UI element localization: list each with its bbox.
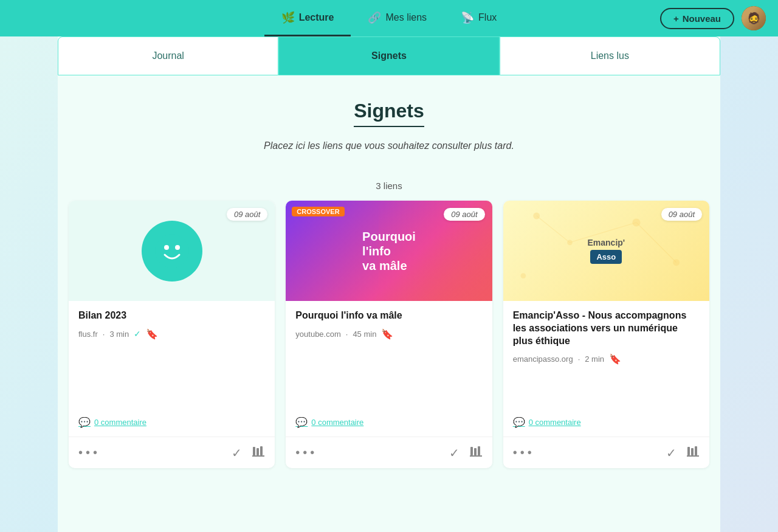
- card-1-footer-shelf[interactable]: [252, 444, 265, 461]
- card-3-footer-check[interactable]: ✓: [666, 446, 676, 460]
- svg-point-2: [175, 245, 180, 250]
- svg-rect-7: [470, 447, 473, 455]
- card-3-bookmark-icon[interactable]: 🔖: [609, 353, 621, 365]
- card-2-footer: ••• ✓: [286, 437, 492, 468]
- card-3-date: 09 août: [661, 208, 702, 221]
- card-2-footer-check[interactable]: ✓: [449, 446, 460, 460]
- svg-rect-20: [691, 448, 694, 455]
- nav-lecture-label: Lecture: [299, 12, 334, 23]
- nav-lecture[interactable]: 🌿 Lecture: [264, 0, 351, 36]
- card-2: crossover Pourquoil'infova mâle 09 août …: [286, 201, 492, 468]
- plus-icon: +: [673, 13, 679, 24]
- card-2-title[interactable]: Pourquoi l'info va mâle: [295, 309, 482, 322]
- avatar[interactable]: 🧔: [742, 6, 766, 30]
- smiley-icon: [142, 221, 202, 282]
- card-1-footer: ••• ✓: [69, 437, 275, 468]
- card-1-comment-icon: 💬: [78, 416, 91, 428]
- card-2-date: 09 août: [444, 208, 484, 221]
- svg-line-17: [570, 223, 636, 243]
- svg-rect-8: [474, 448, 477, 455]
- card-3-footer-actions: ✓: [666, 444, 700, 461]
- nav-mes-liens-label: Mes liens: [385, 12, 427, 23]
- link-icon: 🔗: [368, 11, 381, 24]
- card-1-more-button[interactable]: •••: [78, 446, 98, 460]
- card-3-meta: emancipasso.org · 2 min 🔖: [513, 353, 700, 365]
- svg-rect-19: [687, 447, 690, 455]
- card-2-comments[interactable]: 💬 0 commentaire: [295, 416, 482, 428]
- nav-right: + Nouveau 🧔: [660, 6, 766, 30]
- svg-rect-9: [478, 446, 480, 455]
- top-navigation: 🌿 Lecture 🔗 Mes liens 📡 Flux + Nouveau 🧔: [0, 0, 778, 36]
- nouveau-label: Nouveau: [683, 13, 721, 24]
- card-3-comment-icon: 💬: [513, 416, 525, 428]
- card-1-title[interactable]: Bilan 2023: [78, 309, 265, 322]
- tab-journal-label: Journal: [152, 50, 184, 61]
- card-2-image: crossover Pourquoil'infova mâle 09 août: [286, 201, 492, 301]
- card-2-comment-icon: 💬: [295, 416, 308, 428]
- tab-liens-lus-label: Liens lus: [591, 50, 629, 61]
- links-count: 3 liens: [58, 181, 720, 191]
- card-3-dot: ·: [578, 354, 580, 364]
- card-2-body: Pourquoi l'info va mâle youtube.com · 45…: [286, 301, 492, 437]
- svg-point-1: [164, 245, 169, 250]
- tab-liens-lus[interactable]: Liens lus: [500, 36, 720, 75]
- svg-rect-3: [253, 447, 255, 455]
- card-1-source: flus.fr: [78, 330, 98, 339]
- card-2-source: youtube.com: [295, 330, 340, 339]
- card-3-footer: ••• ✓: [503, 437, 709, 468]
- svg-point-15: [520, 273, 526, 278]
- rss-icon: 📡: [461, 11, 474, 24]
- card-1-check-icon: ✓: [134, 329, 141, 339]
- svg-rect-5: [260, 446, 263, 455]
- card-3-comments-label: 0 commentaire: [529, 418, 581, 427]
- card-1: 09 août Bilan 2023 flus.fr · 3 min ✓ 🔖 💬…: [69, 201, 275, 468]
- tab-signets-label: Signets: [371, 50, 407, 61]
- card-2-img-text: Pourquoil'infova mâle: [353, 219, 425, 283]
- card-2-bookmark-icon[interactable]: 🔖: [381, 328, 393, 340]
- card-2-comments-label: 0 commentaire: [311, 418, 363, 427]
- page-title-section: Signets Placez ici les liens que vous so…: [58, 75, 720, 164]
- card-1-footer-check[interactable]: ✓: [232, 446, 242, 460]
- svg-rect-4: [256, 448, 259, 455]
- card-3-image: Emancip' Asso 09 août: [503, 201, 709, 301]
- tabs-row: Journal Signets Liens lus: [58, 36, 720, 75]
- nav-flux[interactable]: 📡 Flux: [444, 0, 514, 36]
- cards-grid: 09 août Bilan 2023 flus.fr · 3 min ✓ 🔖 💬…: [58, 201, 720, 468]
- svg-rect-21: [695, 446, 697, 455]
- nav-links: 🌿 Lecture 🔗 Mes liens 📡 Flux: [264, 0, 514, 36]
- card-2-dot: ·: [346, 330, 348, 339]
- tree-icon: 🌿: [281, 11, 295, 24]
- card-3-title[interactable]: Emancip'Asso - Nous accompagnons les ass…: [513, 309, 700, 347]
- svg-point-0: [155, 234, 189, 268]
- card-2-more-button[interactable]: •••: [295, 446, 315, 460]
- card-3-source: emancipasso.org: [513, 354, 573, 364]
- card-2-meta: youtube.com · 45 min 🔖: [295, 328, 482, 340]
- card-1-readtime: 3 min: [109, 330, 129, 339]
- svg-line-18: [636, 223, 676, 263]
- card-3-readtime: 2 min: [585, 354, 604, 364]
- card-1-body: Bilan 2023 flus.fr · 3 min ✓ 🔖 💬 0 comme…: [69, 301, 275, 437]
- card-2-footer-shelf[interactable]: [469, 444, 483, 461]
- card-1-comments-label: 0 commentaire: [94, 418, 146, 427]
- card-2-footer-actions: ✓: [449, 444, 483, 461]
- page-title: Signets: [354, 100, 424, 127]
- card-2-readtime: 45 min: [353, 330, 376, 339]
- tab-journal[interactable]: Journal: [58, 36, 278, 75]
- card-1-meta: flus.fr · 3 min ✓ 🔖: [78, 328, 265, 340]
- card-1-image: 09 août: [69, 201, 275, 301]
- card-3-more-button[interactable]: •••: [513, 446, 532, 460]
- page-subtitle: Placez ici les liens que vous souhaitez …: [70, 140, 708, 151]
- card-1-dot: ·: [103, 330, 105, 339]
- card-1-bookmark-icon[interactable]: 🔖: [146, 328, 158, 340]
- card-3-comments[interactable]: 💬 0 commentaire: [513, 416, 700, 428]
- card-1-comments[interactable]: 💬 0 commentaire: [78, 416, 265, 428]
- tab-signets[interactable]: Signets: [278, 36, 499, 75]
- crossover-badge: crossover: [292, 207, 344, 216]
- card-3-footer-shelf[interactable]: [686, 444, 700, 461]
- card-1-footer-actions: ✓: [232, 444, 265, 461]
- avatar-image: 🧔: [742, 6, 766, 30]
- card-3-body: Emancip'Asso - Nous accompagnons les ass…: [503, 301, 709, 437]
- main-container: Journal Signets Liens lus Signets Placez…: [58, 36, 720, 532]
- nav-mes-liens[interactable]: 🔗 Mes liens: [351, 0, 444, 36]
- nouveau-button[interactable]: + Nouveau: [660, 8, 734, 29]
